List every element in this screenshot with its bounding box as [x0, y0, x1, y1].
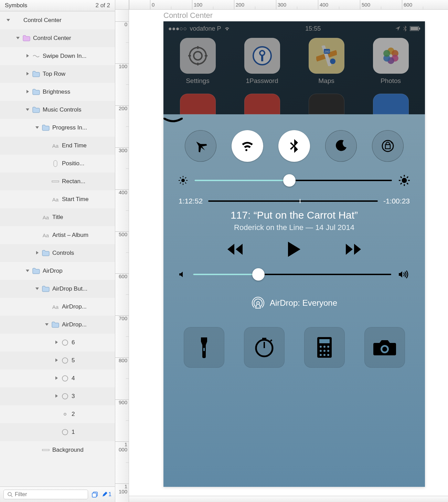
spacer: [54, 412, 59, 417]
disclosure-down-icon[interactable]: [35, 125, 40, 130]
bluetooth-toggle[interactable]: [278, 130, 310, 162]
disclosure-right-icon[interactable]: [25, 72, 30, 76]
rect-icon: [42, 446, 50, 454]
folder-icon: [32, 88, 40, 96]
airdrop-icon: [251, 296, 265, 310]
layer-row[interactable]: AaStart Time: [0, 190, 115, 208]
layer-row[interactable]: Control Center: [0, 11, 115, 29]
layer-row[interactable]: AirDrop But...: [0, 280, 115, 298]
layer-row[interactable]: Swipe Down In...: [0, 47, 115, 65]
layer-row[interactable]: AirDrop: [0, 262, 115, 280]
layer-row[interactable]: Rectan...: [0, 172, 115, 190]
layer-row[interactable]: AaEnd Time: [0, 137, 115, 155]
svg-point-2: [62, 340, 68, 345]
elapsed-time: 1:12:52: [179, 197, 203, 205]
layer-row[interactable]: Progress In...: [0, 119, 115, 137]
layer-row[interactable]: Positio...: [0, 155, 115, 172]
layer-row[interactable]: Brightness: [0, 83, 115, 101]
camera-button[interactable]: [364, 327, 405, 368]
wifi-toggle[interactable]: [232, 130, 263, 162]
text-icon: Aa: [52, 196, 59, 203]
disclosure-right-icon[interactable]: [54, 394, 59, 399]
oval-small-icon: [61, 410, 69, 418]
layer-row[interactable]: 4: [0, 369, 115, 387]
svg-point-68: [320, 354, 322, 356]
layer-label: Artist – Album: [52, 232, 88, 239]
spacer: [35, 215, 40, 220]
disclosure-right-icon[interactable]: [54, 358, 59, 363]
layer-row[interactable]: AaArtist – Album: [0, 226, 115, 244]
layer-label: 3: [72, 393, 75, 400]
flashlight-button[interactable]: [184, 327, 224, 368]
dnd-toggle[interactable]: [325, 130, 357, 162]
layer-row[interactable]: Top Row: [0, 65, 115, 83]
airdrop-button[interactable]: AirDrop: Everyone: [163, 283, 425, 320]
ruler-vertical[interactable]: 01002003004005006007008009001 0001 100: [115, 10, 129, 502]
svg-rect-61: [319, 339, 330, 343]
calculator-button[interactable]: [304, 327, 345, 368]
svg-point-65: [320, 350, 322, 352]
previous-button[interactable]: [226, 242, 245, 256]
folder-icon: [42, 249, 50, 257]
layers-list[interactable]: Control CenterControl CenterSwipe Down I…: [0, 11, 115, 487]
svg-point-69: [323, 354, 326, 356]
svg-point-63: [323, 346, 326, 348]
layer-row[interactable]: Controls: [0, 244, 115, 262]
stack-icon[interactable]: [92, 491, 98, 498]
rotation-toggle[interactable]: [372, 130, 404, 162]
disclosure-down-icon[interactable]: [35, 286, 40, 291]
folder-icon: [42, 124, 50, 132]
airplane-toggle[interactable]: [185, 130, 216, 162]
edit-count-icon[interactable]: 1: [102, 491, 111, 498]
layer-row[interactable]: 5: [0, 352, 115, 369]
disclosure-right-icon[interactable]: [35, 251, 40, 255]
swipe-handle-icon[interactable]: [163, 118, 183, 123]
brightness-slider[interactable]: [194, 180, 392, 181]
airdrop-label: AirDrop: Everyone: [270, 298, 337, 308]
layer-row[interactable]: AirDrop...: [0, 316, 115, 334]
artboard[interactable]: ●●●○○ vodafone P 15:55 Settings1Password…: [163, 21, 425, 487]
disclosure-right-icon[interactable]: [54, 376, 59, 381]
spacer: [45, 304, 50, 309]
play-button[interactable]: [287, 241, 302, 258]
svg-point-36: [181, 179, 185, 182]
disclosure-down-icon[interactable]: [25, 269, 30, 273]
timer-button[interactable]: [244, 327, 285, 368]
layer-row[interactable]: AaAirDrop...: [0, 298, 115, 316]
layer-row[interactable]: 2: [0, 405, 115, 423]
svg-rect-55: [203, 348, 205, 351]
disclosure-right-icon[interactable]: [54, 340, 59, 345]
disclosure-right-icon[interactable]: [25, 90, 30, 94]
next-button[interactable]: [343, 242, 362, 256]
layer-label: Swipe Down In...: [43, 53, 87, 60]
disclosure-down-icon[interactable]: [6, 18, 11, 23]
ruler-horizontal[interactable]: 0100200300400500600: [129, 0, 448, 10]
spacer: [45, 143, 50, 148]
svg-point-54: [257, 302, 259, 304]
track-subtitle: Roderick on the Line — 14 Jul 2014: [163, 221, 425, 238]
disclosure-down-icon[interactable]: [45, 322, 50, 327]
layers-sidebar: Symbols 2 of 2 Control CenterControl Cen…: [0, 0, 115, 502]
svg-line-44: [185, 177, 186, 178]
layer-row[interactable]: 6: [0, 334, 115, 352]
layer-row[interactable]: Control Center: [0, 29, 115, 47]
artboard-title[interactable]: Control Center: [163, 11, 213, 20]
filter-input[interactable]: [3, 490, 88, 499]
layer-row[interactable]: Music Controls: [0, 101, 115, 119]
layer-row[interactable]: Background: [0, 441, 115, 459]
disclosure-down-icon[interactable]: [25, 107, 30, 112]
layer-label: Background: [52, 447, 84, 453]
layer-row[interactable]: 1: [0, 423, 115, 441]
volume-slider[interactable]: [193, 274, 391, 275]
disclosure-down-icon[interactable]: [16, 36, 21, 41]
spacer: [45, 179, 50, 184]
group-icon: [13, 17, 21, 24]
sidebar-tab-symbols[interactable]: Symbols: [5, 2, 27, 9]
canvas[interactable]: Control Center ●●●○○ vodafone P 15:55: [129, 10, 448, 502]
track-progress-bar[interactable]: [208, 200, 378, 202]
layer-row[interactable]: 3: [0, 387, 115, 405]
search-icon: [7, 492, 13, 497]
horizontal-scrollbar[interactable]: [129, 496, 448, 502]
disclosure-right-icon[interactable]: [25, 54, 30, 59]
layer-row[interactable]: AaTitle: [0, 208, 115, 226]
